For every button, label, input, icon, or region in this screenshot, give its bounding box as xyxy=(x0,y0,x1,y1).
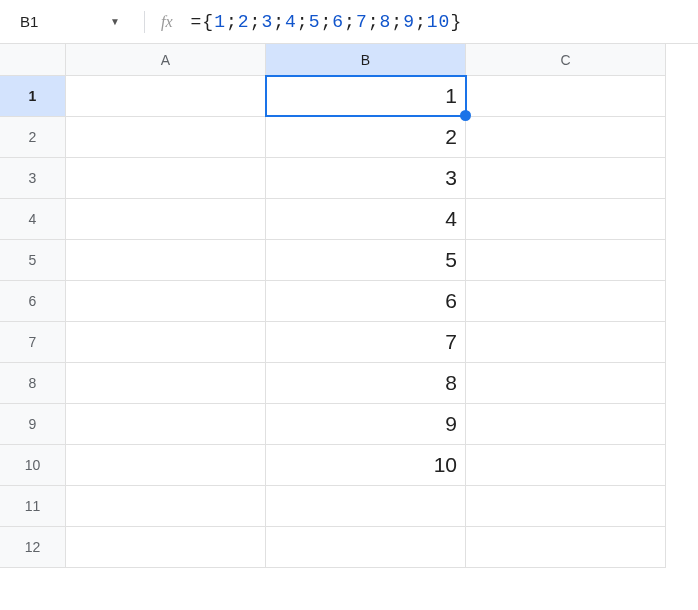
column-header-c[interactable]: C xyxy=(466,44,666,76)
fx-icon: fx xyxy=(161,13,173,31)
cell-b10[interactable]: 10 xyxy=(266,445,466,486)
cell-b3[interactable]: 3 xyxy=(266,158,466,199)
cell-c2[interactable] xyxy=(466,117,666,158)
cell-c12[interactable] xyxy=(466,527,666,568)
cell-c5[interactable] xyxy=(466,240,666,281)
cell-c3[interactable] xyxy=(466,158,666,199)
cell-b6[interactable]: 6 xyxy=(266,281,466,322)
column-header-a[interactable]: A xyxy=(66,44,266,76)
cell-b12[interactable] xyxy=(266,527,466,568)
cell-b11[interactable] xyxy=(266,486,466,527)
cell-a9[interactable] xyxy=(66,404,266,445)
row-header-9[interactable]: 9 xyxy=(0,404,66,445)
row-header-12[interactable]: 12 xyxy=(0,527,66,568)
row-header-11[interactable]: 11 xyxy=(0,486,66,527)
formula-bar: B1 ▼ fx ={1;2;3;4;5;6;7;8;9;10} xyxy=(0,0,698,44)
cell-a10[interactable] xyxy=(66,445,266,486)
formula-input[interactable]: ={1;2;3;4;5;6;7;8;9;10} xyxy=(191,12,463,32)
row-header-1[interactable]: 1 xyxy=(0,76,66,117)
cell-c6[interactable] xyxy=(466,281,666,322)
cell-b8[interactable]: 8 xyxy=(266,363,466,404)
cell-a2[interactable] xyxy=(66,117,266,158)
row-header-10[interactable]: 10 xyxy=(0,445,66,486)
dropdown-icon[interactable]: ▼ xyxy=(110,16,120,27)
row-header-8[interactable]: 8 xyxy=(0,363,66,404)
row-header-7[interactable]: 7 xyxy=(0,322,66,363)
cell-c4[interactable] xyxy=(466,199,666,240)
row-header-2[interactable]: 2 xyxy=(0,117,66,158)
name-box-value: B1 xyxy=(20,13,38,30)
column-header-b[interactable]: B xyxy=(266,44,466,76)
spreadsheet-grid: ABC11223344556677889910101112 xyxy=(0,44,698,568)
cell-a12[interactable] xyxy=(66,527,266,568)
cell-c1[interactable] xyxy=(466,76,666,117)
cell-a5[interactable] xyxy=(66,240,266,281)
cell-a6[interactable] xyxy=(66,281,266,322)
cell-b9[interactable]: 9 xyxy=(266,404,466,445)
fill-handle[interactable] xyxy=(460,110,471,121)
cell-b7[interactable]: 7 xyxy=(266,322,466,363)
row-header-4[interactable]: 4 xyxy=(0,199,66,240)
select-all-corner[interactable] xyxy=(0,44,66,76)
separator xyxy=(144,11,145,33)
cell-a1[interactable] xyxy=(66,76,266,117)
row-header-5[interactable]: 5 xyxy=(0,240,66,281)
cell-b1[interactable]: 1 xyxy=(265,75,467,117)
cell-b4[interactable]: 4 xyxy=(266,199,466,240)
cell-c11[interactable] xyxy=(466,486,666,527)
name-box[interactable]: B1 ▼ xyxy=(8,13,128,30)
cell-c7[interactable] xyxy=(466,322,666,363)
row-header-3[interactable]: 3 xyxy=(0,158,66,199)
cell-c9[interactable] xyxy=(466,404,666,445)
cell-b2[interactable]: 2 xyxy=(266,117,466,158)
cell-a3[interactable] xyxy=(66,158,266,199)
cell-a4[interactable] xyxy=(66,199,266,240)
cell-a11[interactable] xyxy=(66,486,266,527)
cell-c8[interactable] xyxy=(466,363,666,404)
cell-c10[interactable] xyxy=(466,445,666,486)
cell-a7[interactable] xyxy=(66,322,266,363)
cell-b5[interactable]: 5 xyxy=(266,240,466,281)
cell-a8[interactable] xyxy=(66,363,266,404)
row-header-6[interactable]: 6 xyxy=(0,281,66,322)
